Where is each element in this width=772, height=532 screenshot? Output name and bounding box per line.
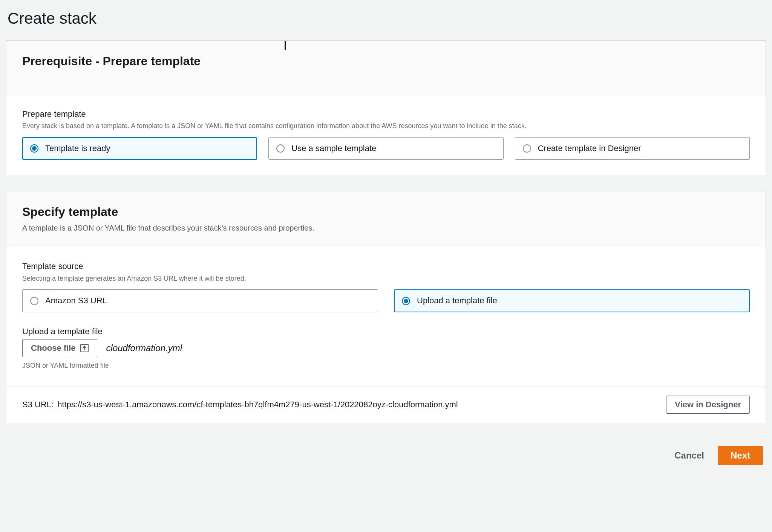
radio-icon — [30, 297, 38, 305]
prepare-template-hint: Every stack is based on a template. A te… — [22, 121, 750, 131]
template-source-hint: Selecting a template generates an Amazon… — [22, 274, 750, 283]
prepare-template-label: Prepare template — [22, 109, 750, 120]
page-actions: Cancel Next — [0, 438, 772, 477]
s3-url-row: S3 URL: https://s3-us-west-1.amazonaws.c… — [22, 399, 458, 411]
radio-icon — [402, 297, 410, 305]
view-in-designer-label: View in Designer — [675, 400, 741, 410]
option-label: Template is ready — [45, 143, 110, 154]
template-source-label: Template source — [22, 261, 750, 272]
radio-icon — [523, 144, 531, 153]
option-label: Amazon S3 URL — [45, 295, 107, 307]
choose-file-label: Choose file — [31, 343, 76, 353]
option-label: Use a sample template — [291, 143, 376, 154]
s3-url-label: S3 URL: — [22, 399, 54, 411]
radio-icon — [30, 144, 38, 153]
choose-file-button[interactable]: Choose file — [22, 339, 97, 357]
next-button[interactable]: Next — [718, 446, 763, 465]
option-label: Upload a template file — [417, 295, 497, 307]
prerequisite-heading: Prerequisite - Prepare template — [22, 53, 750, 70]
page-title: Create stack — [0, 0, 772, 40]
file-format-hint: JSON or YAML formatted file — [22, 361, 750, 370]
view-in-designer-button[interactable]: View in Designer — [666, 396, 750, 414]
prepare-template-options: Template is ready Use a sample template … — [22, 137, 750, 160]
option-upload-file[interactable]: Upload a template file — [394, 289, 750, 312]
option-sample-template[interactable]: Use a sample template — [268, 137, 503, 160]
template-source-options: Amazon S3 URL Upload a template file — [22, 289, 750, 312]
radio-icon — [276, 144, 285, 153]
option-label: Create template in Designer — [538, 143, 641, 154]
selected-filename: cloudformation.yml — [106, 342, 182, 355]
text-cursor-mark — [285, 41, 286, 50]
option-create-in-designer[interactable]: Create template in Designer — [515, 137, 750, 160]
option-template-ready[interactable]: Template is ready — [22, 137, 257, 160]
cancel-button[interactable]: Cancel — [671, 446, 707, 465]
s3-url-value: https://s3-us-west-1.amazonaws.com/cf-te… — [57, 399, 458, 411]
specify-template-panel: Specify template A template is a JSON or… — [6, 191, 766, 423]
specify-description: A template is a JSON or YAML file that d… — [22, 223, 750, 233]
upload-file-label: Upload a template file — [22, 326, 750, 338]
prerequisite-panel: Prerequisite - Prepare template Prepare … — [6, 40, 766, 176]
specify-heading: Specify template — [22, 203, 750, 220]
upload-icon — [80, 344, 89, 352]
option-s3-url[interactable]: Amazon S3 URL — [22, 289, 378, 312]
